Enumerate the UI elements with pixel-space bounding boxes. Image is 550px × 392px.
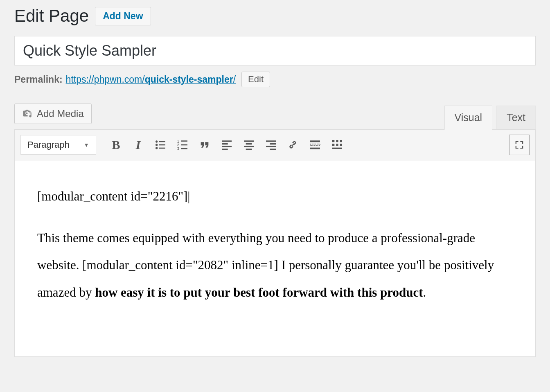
- svg-rect-25: [310, 144, 320, 146]
- svg-rect-28: [336, 140, 338, 142]
- svg-rect-27: [332, 140, 334, 142]
- tab-visual[interactable]: Visual: [444, 106, 493, 130]
- add-media-button[interactable]: Add Media: [14, 104, 92, 124]
- permalink-base: https://phpwn.com/: [66, 74, 145, 85]
- svg-rect-24: [310, 140, 320, 142]
- svg-rect-12: [222, 140, 232, 142]
- svg-rect-5: [159, 148, 165, 149]
- svg-rect-31: [336, 144, 338, 146]
- permalink-trailing: /: [233, 74, 236, 85]
- svg-rect-16: [244, 140, 254, 142]
- content-para-end: .: [423, 285, 426, 300]
- svg-rect-32: [340, 144, 342, 146]
- svg-rect-9: [181, 144, 187, 146]
- svg-rect-1: [159, 141, 165, 142]
- svg-rect-14: [222, 146, 232, 147]
- permalink-label: Permalink:: [14, 74, 63, 85]
- read-more-button[interactable]: [305, 135, 325, 155]
- permalink-slug: quick-style-sampler: [145, 74, 233, 85]
- svg-rect-22: [266, 146, 276, 147]
- chevron-down-icon: ▼: [84, 142, 89, 148]
- svg-point-2: [156, 144, 158, 146]
- editor-toolbar: Paragraph ▼ B I 123: [14, 129, 536, 160]
- svg-rect-18: [244, 146, 254, 147]
- bold-button[interactable]: B: [106, 135, 126, 155]
- svg-rect-11: [181, 148, 187, 149]
- align-right-button[interactable]: [261, 135, 281, 155]
- svg-rect-29: [340, 140, 342, 142]
- numbered-list-button[interactable]: 123: [172, 135, 193, 155]
- fullscreen-button[interactable]: [509, 135, 530, 155]
- edit-permalink-button[interactable]: Edit: [241, 72, 270, 87]
- svg-rect-33: [332, 148, 342, 149]
- post-title-input[interactable]: [14, 36, 536, 65]
- italic-button[interactable]: I: [128, 135, 149, 155]
- svg-rect-20: [266, 140, 276, 142]
- svg-rect-30: [332, 144, 334, 146]
- svg-rect-7: [181, 140, 187, 142]
- svg-rect-26: [310, 148, 320, 149]
- add-new-button[interactable]: Add New: [95, 7, 151, 25]
- link-button[interactable]: [283, 135, 303, 155]
- svg-rect-19: [246, 149, 252, 150]
- content-para-bold: how easy it is to put your best foot for…: [95, 285, 423, 300]
- svg-rect-21: [270, 143, 276, 144]
- svg-rect-15: [222, 149, 228, 150]
- blockquote-button[interactable]: [194, 135, 215, 155]
- align-left-button[interactable]: [216, 135, 237, 155]
- tab-text[interactable]: Text: [496, 106, 536, 130]
- add-media-label: Add Media: [37, 108, 84, 119]
- toolbar-toggle-button[interactable]: [327, 135, 347, 155]
- svg-point-0: [156, 140, 158, 142]
- format-select-label: Paragraph: [27, 140, 70, 150]
- align-center-button[interactable]: [239, 135, 259, 155]
- svg-rect-23: [270, 149, 276, 150]
- svg-point-4: [156, 147, 158, 149]
- permalink-row: Permalink: https://phpwn.com/quick-style…: [14, 72, 536, 87]
- format-select[interactable]: Paragraph ▼: [20, 135, 96, 155]
- camera-music-icon: [22, 108, 33, 119]
- page-title: Edit Page: [14, 6, 89, 26]
- editor-content[interactable]: [modular_content id="2216"] This theme c…: [14, 160, 536, 357]
- svg-rect-17: [246, 143, 252, 144]
- svg-rect-13: [222, 143, 228, 144]
- svg-rect-3: [159, 144, 165, 146]
- bulleted-list-button[interactable]: [150, 135, 171, 155]
- svg-text:3: 3: [177, 146, 179, 151]
- permalink-link[interactable]: https://phpwn.com/quick-style-sampler/: [66, 74, 236, 85]
- content-shortcode-1: [modular_content id="2216"]: [37, 189, 190, 203]
